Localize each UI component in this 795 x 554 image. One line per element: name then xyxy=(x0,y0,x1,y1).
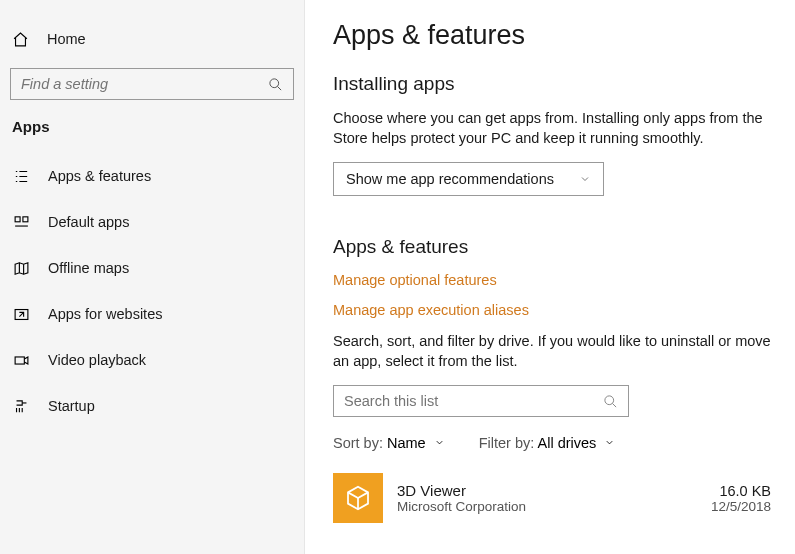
sort-value: Name xyxy=(387,435,426,451)
sidebar-item-label: Apps for websites xyxy=(48,306,162,322)
home-label: Home xyxy=(47,31,86,47)
sort-filter-row: Sort by: Name Filter by: All drives xyxy=(333,435,771,451)
sidebar-item-offline-maps[interactable]: Offline maps xyxy=(0,245,304,291)
filter-by[interactable]: Filter by: All drives xyxy=(479,435,616,451)
manage-execution-aliases-link[interactable]: Manage app execution aliases xyxy=(333,302,771,318)
apps-features-heading: Apps & features xyxy=(333,236,771,258)
svg-point-5 xyxy=(605,396,614,405)
app-info: 3D Viewer Microsoft Corporation xyxy=(397,482,697,514)
list-icon xyxy=(12,168,30,185)
sidebar-section-title: Apps xyxy=(0,118,304,135)
sidebar-item-default-apps[interactable]: Default apps xyxy=(0,199,304,245)
chevron-down-icon xyxy=(604,435,615,451)
sidebar-item-video-playback[interactable]: Video playback xyxy=(0,337,304,383)
defaults-icon xyxy=(12,214,30,231)
manage-optional-features-link[interactable]: Manage optional features xyxy=(333,272,771,288)
app-list-search-input[interactable] xyxy=(344,393,603,409)
app-meta: 16.0 KB 12/5/2018 xyxy=(711,483,771,514)
dropdown-value: Show me app recommendations xyxy=(346,171,554,187)
search-icon xyxy=(268,77,283,92)
list-help-text: Search, sort, and filter by drive. If yo… xyxy=(333,332,771,371)
app-date: 12/5/2018 xyxy=(711,499,771,514)
home-nav[interactable]: Home xyxy=(0,22,304,56)
filter-value: All drives xyxy=(538,435,597,451)
installing-apps-heading: Installing apps xyxy=(333,73,771,95)
app-icon xyxy=(333,473,383,523)
sidebar-search[interactable] xyxy=(10,68,294,100)
startup-icon xyxy=(12,398,30,415)
sidebar-item-apps-features[interactable]: Apps & features xyxy=(0,153,304,199)
app-size: 16.0 KB xyxy=(711,483,771,499)
installing-apps-description: Choose where you can get apps from. Inst… xyxy=(333,109,771,148)
main-content: Apps & features Installing apps Choose w… xyxy=(305,0,795,554)
svg-rect-4 xyxy=(15,356,24,363)
sidebar-item-label: Default apps xyxy=(48,214,129,230)
map-icon xyxy=(12,260,30,277)
sidebar-item-startup[interactable]: Startup xyxy=(0,383,304,429)
open-icon xyxy=(12,306,30,323)
sort-by[interactable]: Sort by: Name xyxy=(333,435,445,451)
app-list-item[interactable]: 3D Viewer Microsoft Corporation 16.0 KB … xyxy=(333,473,771,523)
chevron-down-icon xyxy=(434,435,445,451)
sort-label: Sort by: xyxy=(333,435,383,451)
svg-rect-1 xyxy=(15,216,20,221)
sidebar-search-wrap xyxy=(10,68,294,100)
app-name: 3D Viewer xyxy=(397,482,697,499)
app-list-search[interactable] xyxy=(333,385,629,417)
sidebar-item-label: Apps & features xyxy=(48,168,151,184)
svg-rect-2 xyxy=(22,216,27,221)
search-icon xyxy=(603,394,618,409)
video-icon xyxy=(12,352,30,369)
sidebar: Home Apps Apps & features Default apps O… xyxy=(0,0,305,554)
sidebar-item-label: Offline maps xyxy=(48,260,129,276)
sidebar-item-label: Startup xyxy=(48,398,95,414)
install-source-dropdown[interactable]: Show me app recommendations xyxy=(333,162,604,196)
chevron-down-icon xyxy=(579,173,591,185)
sidebar-search-input[interactable] xyxy=(21,76,268,92)
page-title: Apps & features xyxy=(333,20,771,51)
app-publisher: Microsoft Corporation xyxy=(397,499,697,514)
sidebar-item-apps-websites[interactable]: Apps for websites xyxy=(0,291,304,337)
home-icon xyxy=(12,31,29,48)
filter-label: Filter by: xyxy=(479,435,535,451)
svg-point-0 xyxy=(270,78,279,87)
sidebar-item-label: Video playback xyxy=(48,352,146,368)
